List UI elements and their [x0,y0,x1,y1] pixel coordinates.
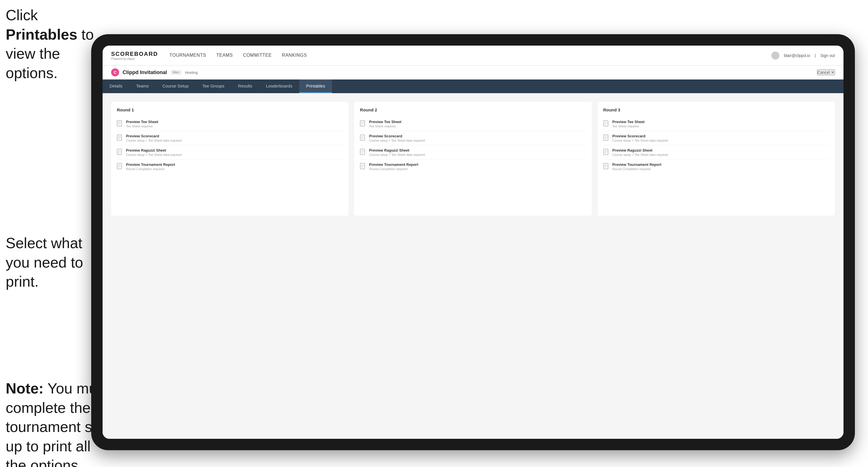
document-icon-r2-2 [360,134,366,142]
document-icon-r3-1 [603,120,610,128]
tab-course-setup[interactable]: Course Setup [156,80,195,93]
tab-bar: Details Teams Course Setup Tee Groups Re… [102,80,843,93]
round2-report-subtitle: Round Completion required [369,167,418,171]
round1-raguzzi-text: Preview Raguzzi Sheet Course setup + Tee… [126,148,182,156]
annotation-middle-text: Select what you need to print. [6,235,83,290]
tournament-logo: C [111,68,119,76]
tournament-header: C Clippd Invitational Men Hosting Cancel… [102,65,843,80]
hosting-badge: Hosting [185,70,197,75]
round1-report-subtitle: Round Completion required [126,167,175,171]
main-content: Round 1 Preview Tee Sheet Tee Sheet requ… [102,93,843,439]
tab-details[interactable]: Details [102,80,129,93]
round3-scorecard-text: Preview Scorecard Course setup + Tee She… [612,134,668,142]
nav-committee[interactable]: COMMITTEE [243,52,272,60]
round2-tee-sheet[interactable]: Preview Tee Sheet Tee Sheet required [360,117,586,131]
round3-scorecard-subtitle: Course setup + Tee Sheet data required [612,139,668,142]
round2-tee-sheet-subtitle: Tee Sheet required [369,125,401,128]
tournament-gender-badge: Men [170,70,182,75]
round-1-title: Round 1 [117,107,343,112]
tablet-frame: SCOREBOARD Powered by clippd TOURNAMENTS… [91,34,855,450]
round1-scorecard-text: Preview Scorecard Course setup + Tee She… [126,134,182,142]
round1-report-title: Preview Tournament Report [126,162,175,167]
tab-teams[interactable]: Teams [129,80,156,93]
round2-scorecard-text: Preview Scorecard Course setup + Tee She… [369,134,425,142]
document-icon-r2-1 [360,120,366,128]
user-avatar [771,52,779,60]
round3-tee-sheet-subtitle: Tee Sheet required [612,125,645,128]
brand-title: SCOREBOARD [111,51,158,57]
round2-scorecard[interactable]: Preview Scorecard Course setup + Tee She… [360,131,586,145]
round2-report-title: Preview Tournament Report [369,162,418,167]
document-icon-r3-2 [603,134,610,142]
document-icon-2 [117,134,123,142]
document-icon-4 [117,163,123,170]
round1-tee-sheet-subtitle: Tee Sheet required [126,125,158,128]
brand: SCOREBOARD Powered by clippd [111,51,158,60]
round3-tee-sheet-title: Preview Tee Sheet [612,120,645,124]
sign-out-link[interactable]: Sign out [820,53,835,58]
tab-results[interactable]: Results [231,80,259,93]
round1-raguzzi-title: Preview Raguzzi Sheet [126,148,182,152]
round3-tee-sheet-text: Preview Tee Sheet Tee Sheet required [612,120,645,128]
nav-tournaments[interactable]: TOURNAMENTS [169,52,206,60]
annotation-bottom-bold: Note: [6,380,43,397]
tab-leaderboards[interactable]: Leaderboards [259,80,299,93]
round2-tournament-report[interactable]: Preview Tournament Report Round Completi… [360,160,586,174]
round3-scorecard[interactable]: Preview Scorecard Course setup + Tee She… [603,131,829,145]
tournament-name-section: C Clippd Invitational Men Hosting [111,68,197,76]
round2-raguzzi-subtitle: Course setup + Tee Sheet data required [369,153,425,156]
round-2-column: Round 2 Preview Tee Sheet Tee Sheet requ… [354,102,592,216]
round-2-title: Round 2 [360,107,586,112]
tournament-title: Clippd Invitational [123,69,167,75]
tablet-screen: SCOREBOARD Powered by clippd TOURNAMENTS… [102,45,843,439]
cancel-button[interactable]: Cancel ✕ [817,69,835,75]
round3-scorecard-title: Preview Scorecard [612,134,668,138]
tab-printables[interactable]: Printables [299,80,332,93]
round1-tee-sheet-text: Preview Tee Sheet Tee Sheet required [126,120,158,128]
round1-report-text: Preview Tournament Report Round Completi… [126,162,175,171]
document-icon-r2-4 [360,163,366,170]
rounds-container: Round 1 Preview Tee Sheet Tee Sheet requ… [111,102,835,216]
round1-scorecard-title: Preview Scorecard [126,134,182,138]
round2-scorecard-title: Preview Scorecard [369,134,425,138]
round3-raguzzi[interactable]: Preview Raguzzi Sheet Course setup + Tee… [603,145,829,160]
round1-raguzzi-subtitle: Course setup + Tee Sheet data required [126,153,182,156]
annotation-top-bold: Printables [6,26,77,43]
round2-tee-sheet-text: Preview Tee Sheet Tee Sheet required [369,120,401,128]
round2-scorecard-subtitle: Course setup + Tee Sheet data required [369,139,425,142]
round1-scorecard-subtitle: Course setup + Tee Sheet data required [126,139,182,142]
annotation-top: Click Printables to view the options. [6,6,97,83]
nav-teams[interactable]: TEAMS [216,52,233,60]
top-nav-links: TOURNAMENTS TEAMS COMMITTEE RANKINGS [169,52,771,60]
annotation-middle: Select what you need to print. [6,234,102,291]
round3-tournament-report[interactable]: Preview Tournament Report Round Completi… [603,160,829,174]
round3-tee-sheet[interactable]: Preview Tee Sheet Tee Sheet required [603,117,829,131]
round3-report-text: Preview Tournament Report Round Completi… [612,162,661,171]
top-nav: SCOREBOARD Powered by clippd TOURNAMENTS… [102,45,843,65]
nav-rankings[interactable]: RANKINGS [282,52,307,60]
round3-raguzzi-text: Preview Raguzzi Sheet Course setup + Tee… [612,148,668,156]
round2-raguzzi-title: Preview Raguzzi Sheet [369,148,425,152]
round2-raguzzi[interactable]: Preview Raguzzi Sheet Course setup + Tee… [360,145,586,160]
round3-raguzzi-title: Preview Raguzzi Sheet [612,148,668,152]
round2-raguzzi-text: Preview Raguzzi Sheet Course setup + Tee… [369,148,425,156]
document-icon-3 [117,149,123,156]
top-nav-right: blair@clippd.io | Sign out [771,52,835,60]
document-icon-r2-3 [360,149,366,156]
document-icon-r3-3 [603,149,610,156]
round-3-title: Round 3 [603,107,829,112]
round1-tee-sheet[interactable]: Preview Tee Sheet Tee Sheet required [117,117,343,131]
round2-report-text: Preview Tournament Report Round Completi… [369,162,418,171]
user-email: blair@clippd.io [784,53,810,58]
round2-tee-sheet-title: Preview Tee Sheet [369,120,401,124]
tab-tee-groups[interactable]: Tee Groups [195,80,231,93]
round-1-column: Round 1 Preview Tee Sheet Tee Sheet requ… [111,102,348,216]
round-3-column: Round 3 Preview Tee Sheet Tee Sheet requ… [597,102,835,216]
round3-report-subtitle: Round Completion required [612,167,661,171]
round3-raguzzi-subtitle: Course setup + Tee Sheet data required [612,153,668,156]
round1-tee-sheet-title: Preview Tee Sheet [126,120,158,124]
annotation-top-prefix: Click [6,7,38,23]
round1-tournament-report[interactable]: Preview Tournament Report Round Completi… [117,160,343,174]
round1-raguzzi[interactable]: Preview Raguzzi Sheet Course setup + Tee… [117,145,343,160]
round1-scorecard[interactable]: Preview Scorecard Course setup + Tee She… [117,131,343,145]
